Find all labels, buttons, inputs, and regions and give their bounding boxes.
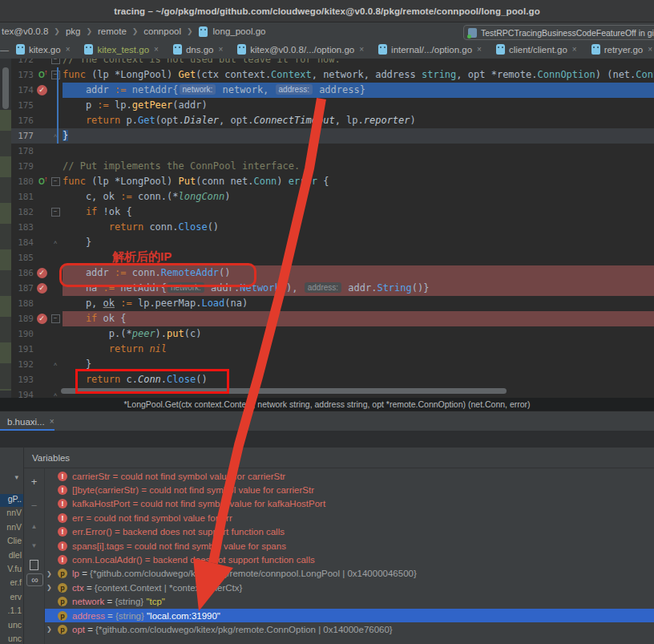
breadcrumb-item-remote[interactable]: remote	[98, 26, 127, 36]
variable-row-network[interactable]: pnetwork = {string} "tcp"	[45, 595, 654, 609]
copy-icon	[30, 560, 38, 570]
expand-chevron-icon[interactable]: ❯	[45, 584, 58, 591]
variable-row-err-error-[interactable]: !err.Error() = backend does not support …	[45, 525, 654, 539]
variable-row-address[interactable]: paddress = {string} "local.com:31990"	[45, 609, 654, 622]
duplicate-icon[interactable]	[26, 557, 42, 572]
code-text: return p.Get(opt.Dialer, opt.ConnectTime…	[63, 113, 654, 128]
hide-tabs-icon[interactable]: —	[0, 40, 9, 59]
breakpoint-icon[interactable]: ✓	[34, 85, 50, 95]
editor-tab-client-client-go[interactable]: client/client.go×	[489, 40, 584, 59]
fold-end-icon[interactable]: ˄	[54, 391, 58, 398]
fold-marker[interactable]: ˄	[50, 361, 61, 368]
overrides-icon[interactable]: O↑	[34, 177, 50, 186]
code-token: Get	[138, 115, 155, 126]
code-token: String	[377, 282, 411, 294]
frame-item[interactable]: unc	[0, 634, 23, 644]
variable-row-err[interactable]: !err = could not find symbol value for e…	[45, 511, 654, 525]
code-token: address}	[313, 84, 365, 95]
close-icon[interactable]: ×	[218, 45, 223, 54]
fold-marker[interactable]: ˄	[50, 239, 61, 246]
editor-tab-internal-option-go[interactable]: internal/.../option.go×	[371, 40, 489, 59]
expand-chevron-icon[interactable]: ❯	[45, 570, 58, 577]
line-number: 184	[11, 237, 34, 248]
close-icon[interactable]: ×	[648, 45, 652, 54]
variable-row-ctx[interactable]: ❯pctx = {context.Context | *context.time…	[45, 581, 654, 594]
move-down-icon[interactable]: ▼	[26, 538, 42, 553]
close-icon[interactable]: ×	[66, 45, 71, 54]
show-watches-icon[interactable]: ∞	[26, 573, 43, 586]
breadcrumb-item-long-pool-go[interactable]: long_pool.go	[213, 26, 266, 36]
fold-end-icon[interactable]: ˄	[54, 361, 58, 368]
debug-session-tab[interactable]: b.huaxi... ×	[0, 411, 62, 431]
code-token: put	[167, 328, 184, 339]
variable-row-conn-localaddr-[interactable]: !conn.LocalAddr() = backend does not sup…	[45, 553, 654, 566]
editor-tab-kitex-v0-0-8-option-go[interactable]: kitex@v0.0.8/.../option.go×	[230, 40, 371, 59]
fold-collapse-icon[interactable]: −	[51, 59, 60, 64]
breakpoint-icon[interactable]: ✓	[34, 314, 50, 324]
frame-item[interactable]: erv	[0, 592, 23, 605]
code-line-173: 173O↑−func (lp *LongPool) Get(ctx contex…	[11, 67, 654, 83]
close-icon[interactable]: ×	[359, 45, 364, 54]
fold-marker[interactable]: −	[50, 177, 61, 186]
editor-tab-retryer-go[interactable]: retryer.go×	[584, 40, 654, 59]
fold-marker[interactable]: −	[50, 71, 61, 79]
remove-watch-icon[interactable]: −	[26, 498, 42, 512]
frame-item[interactable]: Clie	[0, 536, 23, 549]
code-editor[interactable]: 172−// The context is not used but leave…	[0, 59, 654, 398]
variable-row-kafkahostport[interactable]: !kafkaHostPort = could not find symbol v…	[45, 497, 654, 511]
execution-point-hint-bar: *LongPool.Get(ctx context.Context, netwo…	[0, 398, 654, 411]
breakpoint-icon[interactable]: ✓	[34, 268, 50, 278]
frame-item[interactable]: nnV	[0, 522, 23, 535]
chevron-down-icon[interactable]: ▾	[14, 473, 18, 481]
parameter-hint-chip: network:	[180, 84, 216, 95]
breakpoint-check-icon[interactable]: ✓	[37, 85, 47, 95]
close-icon[interactable]: ×	[572, 45, 577, 54]
frame-item[interactable]: .1.1	[0, 606, 23, 618]
fold-collapse-icon[interactable]: −	[51, 314, 60, 323]
breadcrumb-item-tex-v0-0-8[interactable]: tex@v0.0.8	[2, 26, 48, 36]
scrollbar-thumb[interactable]	[2, 67, 9, 109]
editor-tab-kitex-test-go[interactable]: kitex_test.go×	[77, 40, 165, 59]
variable-row-spans-i-tags[interactable]: !spans[i].tags = could not find symbol v…	[45, 539, 654, 553]
breakpoint-check-icon[interactable]: ✓	[37, 283, 47, 294]
run-configuration-selector[interactable]: TestRPCTracingBusinessCodeFeatureOff in …	[463, 25, 654, 40]
breadcrumb-item-pkg[interactable]: pkg	[66, 26, 81, 36]
fold-marker[interactable]: −	[50, 314, 61, 323]
fold-collapse-icon[interactable]: −	[51, 177, 60, 186]
breakpoint-check-icon[interactable]: ✓	[37, 314, 47, 324]
frame-item[interactable]: V.fu	[0, 564, 23, 577]
variable-row-opt[interactable]: ❯popt = {*github.com/cloudwego/kitex/pkg…	[45, 622, 654, 636]
breakpoint-check-icon[interactable]: ✓	[37, 268, 47, 278]
fold-end-icon[interactable]: ˄	[54, 239, 58, 246]
frame-item[interactable]: gP..	[0, 494, 23, 507]
expand-chevron-icon[interactable]: ❯	[45, 626, 58, 633]
fold-marker[interactable]: ˄	[50, 132, 61, 140]
overrides-icon[interactable]: O↑	[38, 71, 45, 79]
editor-tab-dns-go[interactable]: dns.go×	[166, 40, 230, 59]
add-watch-icon[interactable]: +	[26, 474, 42, 488]
frame-item[interactable]: er.f	[0, 577, 23, 590]
frame-item[interactable]: dlel	[0, 550, 23, 563]
close-icon[interactable]: ×	[477, 45, 482, 54]
equals-sign: =	[112, 527, 123, 537]
fold-collapse-icon[interactable]: −	[51, 208, 60, 217]
breadcrumb-item-connpool[interactable]: connpool	[143, 26, 181, 36]
breakpoint-icon[interactable]: ✓	[34, 283, 50, 294]
close-icon[interactable]: ×	[50, 417, 54, 426]
overrides-icon[interactable]: O↑	[38, 177, 45, 186]
editor-tab-kitex-go[interactable]: kitex.go×	[9, 40, 77, 59]
move-up-icon[interactable]: ▲	[26, 519, 42, 533]
close-icon[interactable]: ×	[154, 45, 159, 54]
frame-item[interactable]: nnV	[0, 508, 23, 520]
variable-row--byte-carrierstr-[interactable]: ![]byte(carrierStr) = could not find sym…	[45, 483, 654, 496]
variable-row-lp[interactable]: ❯plp = {*github.com/cloudwego/kitex/pkg/…	[45, 567, 654, 581]
fold-marker[interactable]: −	[50, 59, 61, 64]
fold-marker[interactable]: ˄	[50, 391, 61, 398]
code-token: peer	[132, 328, 155, 339]
fold-marker[interactable]: −	[50, 208, 61, 217]
overrides-icon[interactable]: O↑	[34, 71, 50, 79]
frame-item[interactable]: unc	[0, 620, 23, 633]
variable-row-carrierstr[interactable]: !carrierStr = could not find symbol valu…	[45, 469, 654, 483]
code-token: (addr)	[172, 99, 207, 111]
code-token: , lp.	[335, 115, 364, 126]
